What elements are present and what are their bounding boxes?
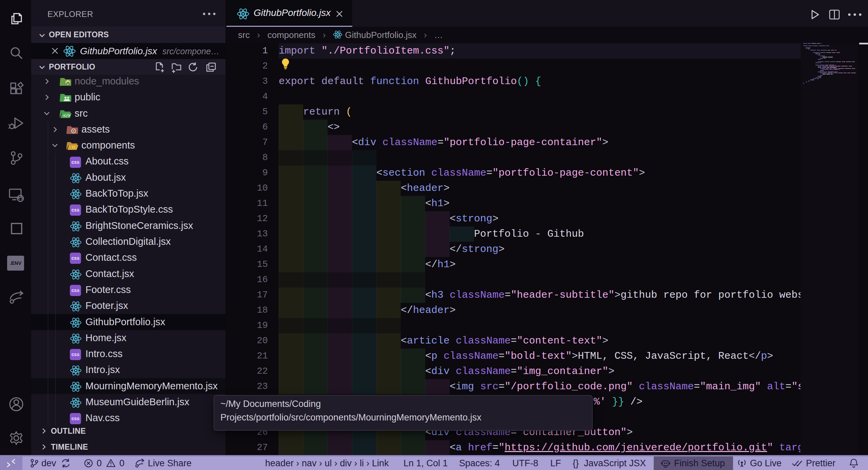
svg-text:</>: </> [63,114,71,118]
svg-text:JS: JS [66,81,70,85]
